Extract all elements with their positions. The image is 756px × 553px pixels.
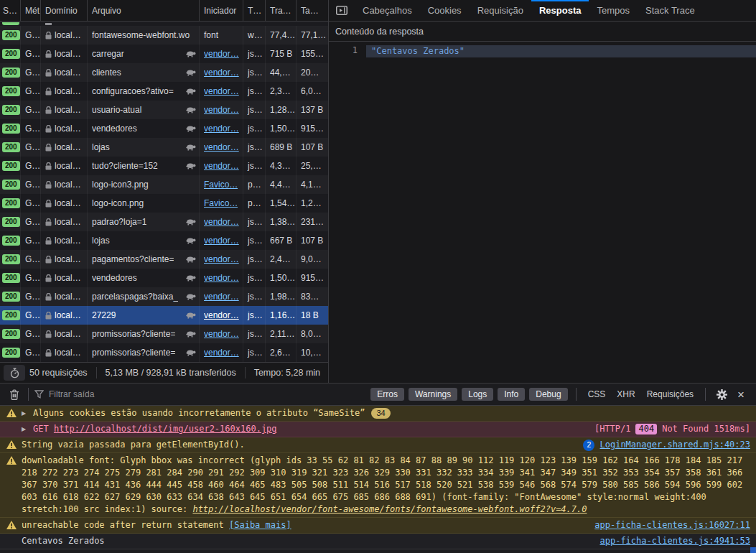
column-header-domain[interactable]: Domínio (41, 0, 88, 21)
file-name: vendedores (92, 273, 137, 283)
network-request-row[interactable]: 200G…local…lojasvendor…js…667 B107 B (0, 231, 328, 250)
domain-label: local… (55, 30, 81, 40)
column-header-transferred[interactable]: Tra… (266, 0, 297, 21)
initiator-link[interactable]: Favico… (204, 198, 238, 208)
column-header-initiator[interactable]: Iniciador (200, 0, 243, 21)
lock-icon (45, 349, 52, 357)
column-header-size[interactable]: Ta… (297, 0, 329, 21)
tab-cabecalhos[interactable]: Cabeçalhos (355, 0, 420, 21)
network-request-row[interactable]: 200G…local…padrao?loja=1vendor…js…1,38…2… (0, 213, 328, 231)
column-header-type[interactable]: T… (243, 0, 266, 21)
tab-requisicao[interactable]: Requisição (470, 0, 531, 21)
tab-cookies[interactable]: Cookies (420, 0, 470, 21)
network-request-row[interactable]: 200G…local…carregarvendor…js…715 B155… (0, 45, 328, 63)
console-settings-button[interactable] (711, 389, 732, 400)
column-header-method[interactable]: Mét (21, 0, 41, 21)
response-section-title[interactable]: Conteúdo da resposta (329, 22, 756, 42)
column-header-file[interactable]: Arquivo (88, 0, 200, 21)
initiator-link[interactable]: vendor… (204, 310, 239, 320)
lock-icon (45, 181, 52, 189)
response-line[interactable]: "Centavos Zerados" (366, 45, 756, 57)
filter-button-logs[interactable]: Logs (462, 388, 493, 401)
network-request-row[interactable]: 200G…local…promissorias?cliente=vendor…j… (0, 343, 328, 362)
toolbar-divider (28, 388, 29, 401)
network-request-row[interactable]: 200G…local…configuracoes?ativo=vendor…js… (0, 82, 328, 101)
initiator-link[interactable]: vendor… (204, 142, 239, 152)
source-location-link[interactable]: app-ficha-clientes.js:16027:11 (594, 519, 750, 531)
message-icon-spacer (6, 535, 17, 536)
close-console-button[interactable]: × (732, 389, 750, 401)
network-request-row[interactable]: 200G…local…logo-icon3.pngFavico…p…4,4…4,… (0, 175, 328, 194)
initiator-link[interactable]: vendor… (204, 161, 239, 171)
initiator-link[interactable]: vendor… (204, 49, 239, 59)
column-header-status[interactable]: S… (0, 0, 21, 21)
network-request-row[interactable]: 200G…local…lojasvendor…js…689 B107 B (0, 138, 328, 157)
initiator-link[interactable]: vendor… (204, 124, 239, 134)
message-location: 2LoginManager.shared.mjs:40:23 (573, 439, 750, 451)
initiator-link[interactable]: vendor… (204, 273, 239, 283)
status-badge: 200 (2, 105, 20, 115)
network-request-row[interactable]: 200G…local…tudo?cliente=152vendor…js…4,3… (0, 157, 328, 175)
network-request-row[interactable]: 200G…local…promissorias?cliente=vendor…j… (0, 325, 328, 343)
network-request-row[interactable]: 200G…local…pagamentos?cliente=vendor…js…… (0, 250, 328, 269)
clear-console-button[interactable] (6, 389, 22, 400)
file-cell: promissorias?cliente= (88, 325, 200, 343)
filter-button-xhr[interactable]: XHR (611, 389, 640, 399)
initiator-link[interactable]: vendor… (204, 105, 239, 115)
initiator-link[interactable]: vendor… (204, 217, 239, 227)
domain-cell: local… (41, 119, 88, 138)
slow-turtle-icon (185, 237, 196, 244)
network-request-row[interactable]: 200G…local…clientesvendor…js…44,…20… (0, 63, 328, 82)
initiator-link[interactable]: vendor… (204, 86, 239, 96)
learn-more-link[interactable]: [Saiba mais] (229, 520, 291, 530)
network-request-row[interactable]: 200G…local…parcelaspagas?baixa_vendor…js… (0, 287, 328, 306)
collapse-panel-button[interactable] (329, 0, 355, 21)
filter-button-erros[interactable]: Erros (370, 388, 404, 401)
filter-button-requisicoes[interactable]: Requisições (641, 389, 699, 399)
filter-button-css[interactable]: CSS (582, 389, 612, 399)
font-source-link[interactable]: http://localhost/vendor/font-awesome/fon… (192, 504, 587, 514)
filter-button-info[interactable]: Info (498, 388, 525, 401)
filter-button-warnings[interactable]: Warnings (409, 388, 457, 401)
file-name: pagamentos?cliente= (92, 254, 174, 264)
tab-stack-trace[interactable]: Stack Trace (638, 0, 703, 21)
method-cell: G… (21, 101, 41, 119)
initiator-link[interactable]: Favico… (204, 180, 238, 190)
status-cell: 200 (0, 213, 21, 231)
network-request-row[interactable]: 200G…local…fontawesome-webfont.wofontw…7… (0, 26, 328, 45)
console-filter-buttons: Erros Warnings Logs Info Debug CSS XHR R… (368, 388, 750, 401)
source-location-link[interactable]: app-ficha-clientes.js:4941:53 (599, 535, 750, 547)
expand-arrow-icon[interactable]: ▶ (22, 423, 28, 435)
size-cell: 8,0… (297, 325, 328, 343)
slow-turtle-icon (185, 162, 196, 169)
tab-tempos[interactable]: Tempos (589, 0, 638, 21)
lock-icon (45, 50, 52, 58)
network-request-row[interactable]: 200G…local…usuario-atualvendor…js…1,28…1… (0, 101, 328, 119)
network-request-row[interactable]: 200G…local…vendedoresvendor…js…1,50…915… (0, 119, 328, 138)
throttle-timer-button[interactable] (4, 365, 25, 381)
size-cell: 25,… (297, 157, 328, 175)
initiator-link[interactable]: vendor… (204, 254, 239, 264)
slow-turtle-icon (185, 144, 196, 151)
initiator-cell: vendor… (200, 82, 243, 101)
initiator-link[interactable]: vendor… (204, 292, 239, 302)
network-request-row[interactable]: 200G…local…vendedoresvendor…js…1,50…915… (0, 269, 328, 287)
status-cell: 200 (0, 325, 21, 343)
expand-arrow-icon[interactable]: ▶ (22, 407, 28, 419)
status-cell: 200 (0, 231, 21, 250)
lock-icon (45, 312, 52, 320)
initiator-link[interactable]: vendor… (204, 68, 239, 78)
file-cell: parcelaspagas?baixa_ (88, 287, 200, 306)
initiator-link[interactable]: vendor… (204, 348, 239, 358)
filter-button-debug[interactable]: Debug (529, 388, 567, 401)
console-filter-input[interactable]: Filtrar saída (34, 389, 368, 399)
domain-cell: local… (41, 157, 88, 175)
source-location-link[interactable]: LoginManager.shared.mjs:40:23 (599, 439, 750, 451)
request-url-link[interactable]: http://localhost/dist/img/user2-160x160.… (54, 424, 277, 434)
initiator-link[interactable]: vendor… (204, 329, 239, 339)
initiator-link[interactable]: vendor… (204, 236, 239, 246)
network-request-row[interactable]: 200G…local…logo-icon.pngFavico…p…1,54…1,… (0, 194, 328, 213)
tab-resposta[interactable]: Resposta (531, 0, 589, 21)
size-cell: 83… (297, 287, 328, 306)
network-request-row[interactable]: 200G…local…27229vendor…js…1,16…18 B (0, 306, 328, 325)
